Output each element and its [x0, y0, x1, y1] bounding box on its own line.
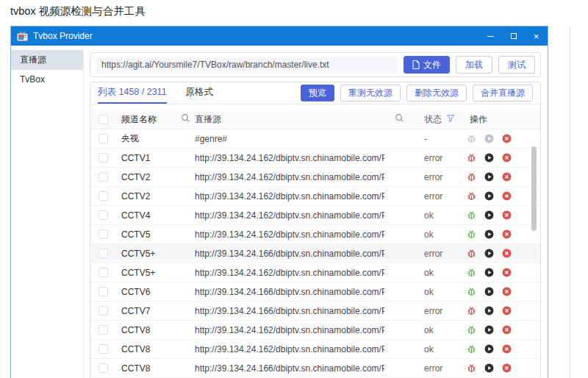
source-url-input[interactable] [96, 57, 398, 74]
minimize-button[interactable] [479, 26, 502, 46]
row-checkbox[interactable] [98, 191, 108, 201]
play-icon[interactable] [484, 229, 494, 239]
delete-icon[interactable] [502, 172, 512, 182]
app-window: Tvbox Provider × 直播源 TvBox [10, 26, 548, 378]
window-titlebar[interactable]: Tvbox Provider × [11, 26, 548, 46]
channel-source: http://39.134.24.162/dbiptv.sn.chinamobi… [195, 325, 384, 335]
row-checkbox[interactable] [98, 249, 108, 258]
channel-name: CCTV8 [115, 363, 176, 374]
bug-test-icon[interactable] [467, 344, 476, 354]
column-header-name[interactable]: 频道名称 [115, 113, 176, 126]
search-source-icon[interactable] [395, 113, 404, 125]
bug-test-icon[interactable] [467, 191, 476, 201]
window-title: Tvbox Provider [33, 31, 93, 41]
select-all-checkbox[interactable] [98, 115, 108, 124]
row-checkbox[interactable] [98, 153, 108, 163]
bug-test-icon[interactable] [467, 325, 476, 335]
row-checkbox[interactable] [98, 325, 108, 335]
test-button[interactable]: 测试 [498, 56, 535, 74]
play-icon[interactable] [484, 287, 494, 296]
channel-source: http://39.134.24.162/dbiptv.sn.chinamobi… [195, 191, 384, 202]
table-row: CCTV8 http://39.134.24.162/dbiptv.sn.chi… [90, 321, 540, 340]
close-button[interactable]: × [525, 26, 548, 46]
channel-name: CCTV1 [115, 153, 176, 163]
play-icon[interactable] [484, 306, 494, 315]
delete-icon[interactable] [502, 287, 512, 296]
row-checkbox[interactable] [98, 344, 108, 354]
row-checkbox[interactable] [98, 172, 108, 182]
scrollbar-thumb[interactable] [531, 146, 537, 231]
row-checkbox[interactable] [98, 363, 108, 373]
status-filter-icon[interactable] [446, 114, 455, 125]
bug-test-icon[interactable] [467, 287, 476, 296]
row-checkbox[interactable] [98, 134, 108, 143]
sidebar-item-tvbox[interactable]: TvBox [11, 70, 83, 90]
channel-source: http://39.134.24.166/dbiptv.sn.chinamobi… [195, 363, 384, 374]
play-icon[interactable] [484, 249, 494, 258]
delete-icon[interactable] [502, 268, 512, 277]
minimize-icon [487, 36, 494, 37]
play-icon[interactable] [484, 172, 494, 182]
retest-invalid-button[interactable]: 重测无效源 [340, 85, 401, 101]
file-button[interactable]: 文件 [404, 56, 450, 74]
play-icon[interactable] [484, 363, 494, 373]
table-body: 央视 #genre# - [90, 129, 540, 378]
tab-list[interactable]: 列表 1458 / 2311 [98, 82, 167, 104]
delete-icon[interactable] [502, 363, 512, 373]
delete-icon[interactable] [502, 210, 512, 220]
channel-name: CCTV2 [115, 191, 176, 202]
bug-test-icon[interactable] [467, 249, 476, 258]
table-row: CCTV1 http://39.134.24.162/dbiptv.sn.chi… [90, 149, 540, 168]
channel-status: ok [414, 268, 456, 278]
bug-test-icon[interactable] [467, 153, 476, 163]
page-divider-line [570, 26, 570, 378]
delete-icon[interactable] [502, 153, 512, 163]
maximize-button[interactable] [502, 26, 525, 46]
table-scrollbar[interactable] [531, 129, 537, 378]
channel-name: CCTV5+ [115, 268, 176, 278]
column-header-status[interactable]: 状态 [424, 113, 442, 126]
row-checkbox[interactable] [98, 306, 108, 315]
bug-test-icon[interactable] [467, 268, 476, 277]
row-checkbox[interactable] [98, 229, 108, 239]
load-button[interactable]: 加载 [456, 56, 492, 74]
column-header-source[interactable]: 直播源 [195, 113, 384, 126]
channel-name: CCTV8 [115, 344, 176, 354]
bug-test-icon[interactable] [467, 210, 476, 220]
page: tvbox 视频源检测与合并工具 Tvbox Provider × [0, 0, 588, 378]
play-icon[interactable] [484, 153, 494, 163]
bug-test-icon[interactable] [467, 306, 476, 315]
play-icon[interactable] [484, 325, 494, 335]
delete-invalid-button[interactable]: 删除无效源 [406, 85, 467, 101]
row-checkbox[interactable] [98, 268, 108, 277]
play-icon[interactable] [484, 191, 494, 201]
delete-icon[interactable] [502, 325, 512, 335]
play-icon[interactable] [484, 268, 494, 277]
delete-icon[interactable] [502, 191, 512, 201]
play-icon[interactable] [484, 344, 494, 354]
preview-button[interactable]: 预览 [301, 85, 334, 101]
bug-test-icon[interactable] [467, 363, 476, 373]
bug-test-icon[interactable] [467, 172, 476, 182]
row-checkbox[interactable] [98, 210, 108, 220]
play-icon[interactable] [484, 134, 494, 143]
tab-raw-format[interactable]: 原格式 [186, 82, 214, 104]
delete-icon[interactable] [502, 344, 512, 354]
channel-name: 央视 [115, 132, 176, 145]
merge-sources-button[interactable]: 合并直播源 [473, 85, 533, 101]
source-url-bar: 文件 加载 测试 [90, 52, 541, 77]
row-checkbox[interactable] [98, 287, 108, 296]
delete-icon[interactable] [502, 249, 512, 258]
bug-test-icon[interactable] [467, 134, 476, 143]
delete-icon[interactable] [502, 229, 512, 239]
delete-icon[interactable] [502, 134, 512, 143]
sidebar-item-live-source[interactable]: 直播源 [11, 50, 83, 70]
bug-test-icon[interactable] [467, 229, 476, 239]
delete-icon[interactable] [502, 306, 512, 315]
table-row: CCTV8 http://39.134.24.162/dbiptv.sn.chi… [90, 340, 540, 359]
search-name-icon[interactable] [181, 113, 190, 125]
channel-status: ok [414, 344, 456, 354]
play-icon[interactable] [484, 210, 494, 220]
table-row: CCTV2 http://39.134.24.162/dbiptv.sn.chi… [90, 168, 540, 187]
file-button-label: 文件 [423, 59, 441, 71]
